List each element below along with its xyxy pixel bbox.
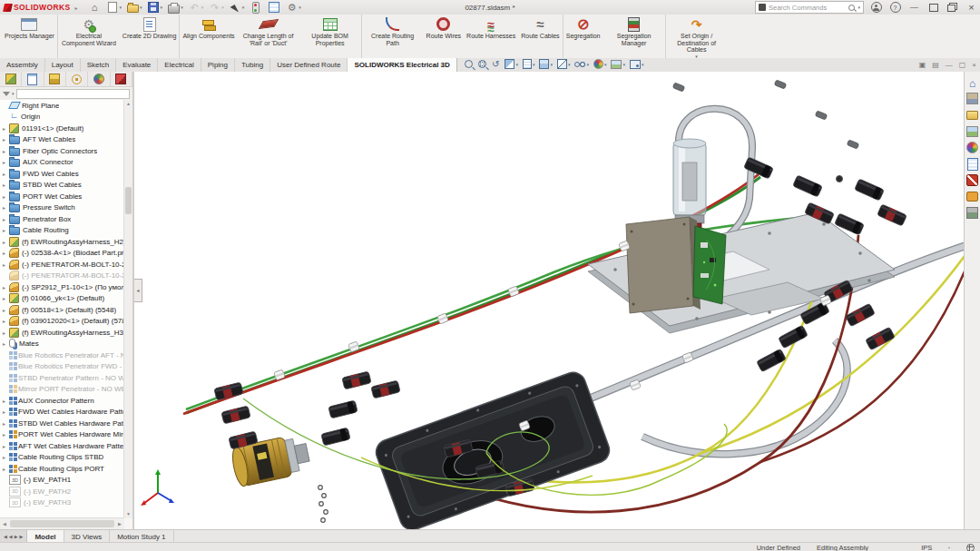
tree-item[interactable]: ▸ FWD Wet Cables Hardware Pattern: [0, 407, 124, 418]
tree-vertical-scrollbar[interactable]: ▲ ▼: [123, 100, 132, 518]
panel-tab[interactable]: [66, 72, 88, 86]
undo-icon[interactable]: ▾: [187, 1, 206, 15]
tree-item[interactable]: ▸ (-) PENETRATOR-M-BOLT-10-25-A: [0, 259, 124, 271]
penetrator-box[interactable]: [373, 369, 613, 529]
close-doc-icon[interactable]: ×: [972, 61, 976, 69]
tree-item[interactable]: ▸ Cable Routing Clips PORT: [0, 463, 124, 475]
search-icon[interactable]: [848, 5, 855, 11]
command-tab[interactable]: Tubing: [235, 58, 270, 72]
expand-arrow-icon[interactable]: ▸: [3, 340, 9, 347]
tree-item[interactable]: ▸ Penetrator Box: [0, 213, 124, 225]
tree-item[interactable]: Blue Robotics Penetrator AFT - NO: [0, 349, 124, 361]
expand-arrow-icon[interactable]: ▸: [3, 318, 9, 324]
select-cursor-icon[interactable]: ▾: [228, 1, 247, 15]
expand-arrow-icon[interactable]: ▸: [3, 295, 9, 301]
tree-item[interactable]: (-) EW_PATH2: [0, 486, 124, 497]
scroll-thumb[interactable]: [125, 187, 132, 214]
expand-arrow-icon[interactable]: ▸: [3, 466, 9, 472]
tree-item[interactable]: ▸ PORT Wet Cables Hardware Mirror: [0, 429, 124, 441]
filter-icon[interactable]: [3, 92, 10, 96]
sheet-tab[interactable]: Model: [27, 530, 64, 543]
zoom-fit-icon[interactable]: [465, 60, 474, 68]
user-account-button[interactable]: [869, 2, 883, 14]
tree-item[interactable]: ▸ Pressure Switch: [0, 202, 124, 214]
toolbox-icon[interactable]: [966, 207, 978, 219]
file-properties-icon[interactable]: [266, 1, 282, 15]
chain[interactable]: [318, 486, 328, 523]
update-bom-properties-button[interactable]: Update BOM Properties: [299, 15, 361, 58]
electrical-component-wizard-button[interactable]: Electrical Component Wizard: [57, 15, 120, 58]
tab-scroll-icon[interactable]: ▶: [20, 534, 24, 539]
custom-properties-icon[interactable]: [966, 158, 978, 170]
print-icon[interactable]: ▾: [166, 1, 185, 15]
tree-item[interactable]: Mirror PORT Penetrator - NO WET: [0, 384, 124, 396]
tree-item[interactable]: ▸ AFT Wet Cables: [0, 134, 124, 146]
command-tab[interactable]: Electrical: [158, 58, 201, 72]
units-selector[interactable]: IPS: [921, 544, 932, 551]
segregation-button[interactable]: Segregation: [563, 15, 603, 58]
expand-arrow-icon[interactable]: ▸: [3, 148, 9, 154]
circuit-board[interactable]: [693, 226, 726, 304]
expand-arrow-icon[interactable]: ▸: [3, 307, 9, 313]
set-origin-destination-button[interactable]: Set Origin / Destination of Cables ▾: [665, 15, 728, 58]
align-components-button[interactable]: Align Components: [179, 15, 237, 58]
window-layout-button[interactable]: [946, 2, 959, 14]
expand-arrow-icon[interactable]: ▸: [3, 431, 9, 438]
view-orientation-icon[interactable]: ▾: [539, 59, 553, 69]
minimize-button[interactable]: —: [907, 2, 921, 14]
appearances-scenes-icon[interactable]: [966, 142, 978, 153]
zoom-area-icon[interactable]: [478, 60, 487, 68]
close-button[interactable]: ×: [965, 2, 978, 14]
expand-arrow-icon[interactable]: ▸: [3, 159, 9, 165]
tree-filter-input[interactable]: [16, 89, 130, 99]
pcb-bracket[interactable]: [626, 217, 701, 313]
sheet-tab[interactable]: 3D Views: [64, 530, 111, 543]
panel-tab[interactable]: [22, 72, 44, 86]
rebuild-icon[interactable]: [248, 1, 264, 15]
file-explorer-icon[interactable]: [966, 109, 978, 121]
command-tab[interactable]: Sketch: [81, 58, 116, 72]
graphics-area[interactable]: ◄: [134, 72, 965, 529]
tree-item[interactable]: ▸ (f) 00518<1> (Default) (5548): [0, 304, 124, 316]
solidworks-forum-icon[interactable]: [966, 191, 978, 202]
command-tab[interactable]: User Defined Route: [270, 58, 348, 72]
view-palette-icon[interactable]: [966, 125, 978, 137]
maximize-button[interactable]: [926, 2, 940, 14]
expand-arrow-icon[interactable]: ▸: [3, 171, 9, 177]
new-file-icon[interactable]: ▾: [105, 1, 124, 15]
expand-arrow-icon[interactable]: ▸: [3, 408, 9, 415]
expand-arrow-icon[interactable]: ▸: [3, 136, 9, 143]
route-wires-button[interactable]: Route Wires: [424, 15, 465, 58]
panel-tab[interactable]: [111, 72, 132, 86]
expand-arrow-icon[interactable]: ▸: [3, 204, 9, 211]
help-button[interactable]: ?: [888, 2, 902, 14]
expand-arrow-icon[interactable]: ▸: [3, 330, 9, 336]
tree-item[interactable]: (-) EW_PATH3: [0, 497, 124, 509]
previous-view-icon[interactable]: [492, 59, 500, 69]
expand-arrow-icon[interactable]: ▸: [3, 250, 9, 256]
route-cables-button[interactable]: Route Cables: [518, 15, 562, 58]
tree-item[interactable]: ▸ 01191<1> (Default): [0, 123, 124, 134]
tree-item[interactable]: ▸ FWD Wet Cables: [0, 168, 124, 180]
hide-show-items-icon[interactable]: ▾: [574, 62, 589, 67]
new-window-icon[interactable]: ▤: [932, 61, 939, 69]
tree-item[interactable]: Blue Robotics Penetrator FWD - NO: [0, 361, 124, 373]
open-file-icon[interactable]: ▾: [125, 1, 144, 15]
search-scope-icon[interactable]: [759, 4, 766, 11]
solidworks-electrical-icon[interactable]: [966, 174, 978, 186]
tree-item[interactable]: ▸ Fiber Optic Connectors: [0, 145, 124, 157]
tree-item[interactable]: ▸ (f) EWRoutingAssyHarness_H2_357: [0, 236, 124, 248]
command-tab[interactable]: SOLIDWORKS Electrical 3D: [348, 58, 456, 72]
tree-item[interactable]: (-) EW_PATH1: [0, 475, 124, 487]
search-input[interactable]: Search Commands: [769, 4, 846, 12]
scroll-down-icon[interactable]: ▼: [124, 510, 132, 518]
scroll-up-icon[interactable]: ▲: [124, 100, 132, 108]
restore-doc-icon[interactable]: ▢: [959, 61, 966, 69]
scroll-right-icon[interactable]: ▶: [115, 521, 124, 526]
change-length-button[interactable]: Change Length of 'Rail' or 'Duct': [238, 15, 299, 58]
tree-item[interactable]: ▸ AFT Wet Cables Hardware Pattern: [0, 440, 124, 452]
expand-arrow-icon[interactable]: ▸: [3, 261, 9, 268]
expand-arrow-icon[interactable]: ▸: [3, 420, 9, 427]
tree-item[interactable]: ▸ (-) 02538-A<1> (Biodaet Part.prtdc: [0, 248, 124, 260]
tree-item[interactable]: ▸ AUX Connector Pattern: [0, 395, 124, 407]
